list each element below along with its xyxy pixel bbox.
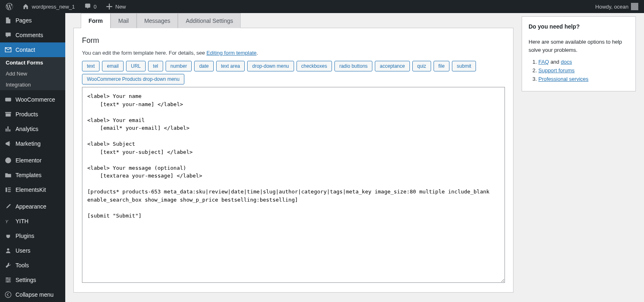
sidebar-item-woocommerce[interactable]: WooCommerce: [0, 92, 65, 107]
wp-logo[interactable]: [3, 3, 15, 10]
support-forums-link[interactable]: Support forums: [538, 67, 575, 73]
tag-button-tel[interactable]: tel: [148, 61, 163, 71]
sidebar-item-templates[interactable]: Templates: [0, 168, 65, 182]
tab-messages[interactable]: Messages: [137, 13, 178, 28]
collapse-icon: [4, 291, 12, 299]
sidebar-subitem-contact-forms[interactable]: Contact Forms: [0, 57, 65, 68]
sidebar-item-products[interactable]: Products: [0, 107, 65, 122]
tag-button-date[interactable]: date: [194, 61, 213, 71]
sidebar-label: Plugins: [15, 233, 34, 239]
tag-button-woocommerce-products-drop-down-menu[interactable]: WooCommerce Products drop-down menu: [82, 74, 184, 84]
svg-point-5: [9, 279, 10, 281]
comments-icon: [4, 31, 12, 39]
sidebar-label: Comments: [15, 32, 43, 38]
sidebar-item-elementor[interactable]: Elementor: [0, 153, 65, 168]
svg-text:Y: Y: [5, 219, 9, 224]
tab-additional-settings[interactable]: Additional Settings: [178, 13, 241, 28]
sidebar-label: ElementsKit: [15, 187, 46, 193]
help-item-support: Support forums: [538, 67, 629, 73]
tag-button-drop-down-menu[interactable]: drop-down menu: [247, 61, 294, 71]
sidebar-item-collapse[interactable]: Collapse menu: [0, 287, 65, 301]
sidebar-item-contact[interactable]: Contact: [0, 42, 65, 57]
faq-link[interactable]: FAQ: [538, 59, 549, 65]
avatar: [631, 3, 638, 10]
tab-mail[interactable]: Mail: [111, 13, 137, 28]
plug-icon: [4, 232, 12, 240]
sidebar-label: Products: [15, 111, 38, 118]
help-blurb: Here are some available options to help …: [529, 38, 629, 54]
admin-sidebar: Pages Comments Contact Contact Forms Add…: [0, 13, 65, 301]
sidebar-label: Templates: [15, 172, 42, 178]
form-intro: You can edit the form template here. For…: [82, 50, 505, 56]
tabs: Form Mail Messages Additional Settings: [81, 13, 513, 28]
sidebar-item-tools[interactable]: Tools: [0, 258, 65, 273]
comments-count: 0: [94, 4, 97, 10]
sidebar-item-plugins[interactable]: Plugins: [0, 229, 65, 243]
greeting: Howdy, ocean: [595, 4, 629, 10]
and-text: and: [549, 59, 561, 65]
tag-button-text-area[interactable]: text area: [216, 61, 245, 71]
tag-button-url[interactable]: URL: [126, 61, 146, 71]
sidebar-item-comments[interactable]: Comments: [0, 28, 65, 42]
tag-button-email[interactable]: email: [102, 61, 124, 71]
new-label: New: [115, 4, 126, 10]
sidebar-label: Tools: [15, 262, 29, 269]
sidebar-label: Elementor: [15, 157, 42, 164]
sidebar-label: Appearance: [15, 203, 46, 210]
tag-button-checkboxes[interactable]: checkboxes: [297, 61, 332, 71]
tag-button-radio-buttons[interactable]: radio buttons: [334, 61, 372, 71]
sidebar-label: YITH: [15, 218, 29, 224]
elementskit-icon: [4, 186, 12, 194]
sidebar-label: Contact: [15, 47, 35, 53]
editing-form-template-link[interactable]: Editing form template: [206, 50, 257, 56]
form-heading: Form: [82, 36, 505, 45]
svg-point-7: [5, 292, 11, 298]
archive-icon: [4, 110, 12, 118]
woocommerce-icon: [4, 95, 12, 104]
sidebar-label: WooCommerce: [15, 96, 55, 103]
sidebar-submenu-contact: Contact Forms Add New Integration: [0, 57, 65, 90]
sidebar-item-marketing[interactable]: Marketing: [0, 136, 65, 151]
sidebar-item-users[interactable]: Users: [0, 243, 65, 258]
sidebar-label: Pages: [15, 17, 32, 24]
brush-icon: [4, 202, 12, 211]
tag-button-acceptance[interactable]: acceptance: [375, 61, 409, 71]
form-panel: Form You can edit the form template here…: [73, 28, 513, 293]
sidebar-subitem-integration[interactable]: Integration: [0, 79, 65, 90]
sidebar-item-settings[interactable]: Settings: [0, 273, 65, 287]
user-greeting-link[interactable]: Howdy, ocean: [593, 3, 641, 10]
tag-button-quiz[interactable]: quiz: [412, 61, 431, 71]
docs-link[interactable]: docs: [561, 59, 572, 65]
tag-button-submit[interactable]: submit: [452, 61, 476, 71]
admin-bar: wordpress_new_1 0 New Howdy, ocean: [0, 0, 644, 13]
svg-rect-0: [5, 98, 11, 102]
site-home-link[interactable]: wordpress_new_1: [20, 3, 77, 10]
sidebar-item-appearance[interactable]: Appearance: [0, 199, 65, 214]
help-box: Do you need help? Here are some availabl…: [522, 16, 636, 91]
tag-button-file[interactable]: file: [434, 61, 449, 71]
pages-icon: [4, 16, 12, 24]
user-icon: [4, 246, 12, 255]
tag-button-text[interactable]: text: [82, 61, 100, 71]
sidebar-item-pages[interactable]: Pages: [0, 13, 65, 28]
sidebar-item-yith[interactable]: YYITH: [0, 214, 65, 229]
help-item-faq-docs: FAQ and docs: [538, 59, 629, 65]
tag-button-number[interactable]: number: [166, 61, 192, 71]
comments-link[interactable]: 0: [82, 3, 99, 10]
chart-icon: [4, 125, 12, 133]
wrench-icon: [4, 261, 12, 269]
new-content-link[interactable]: New: [103, 3, 128, 10]
professional-services-link[interactable]: Professional services: [538, 76, 589, 82]
tag-buttons-row: textemailURLtelnumberdatetext areadrop-d…: [82, 61, 505, 84]
tab-form[interactable]: Form: [81, 13, 111, 28]
sidebar-label: Settings: [15, 277, 36, 283]
svg-point-1: [5, 158, 11, 163]
folder-icon: [4, 171, 12, 179]
form-template-textarea[interactable]: [82, 87, 505, 283]
sidebar-item-analytics[interactable]: Analytics: [0, 122, 65, 136]
site-name: wordpress_new_1: [32, 4, 75, 10]
sidebar-subitem-add-new[interactable]: Add New: [0, 68, 65, 79]
svg-point-4: [7, 278, 8, 279]
sidebar-item-elementskit[interactable]: ElementsKit: [0, 182, 65, 197]
sidebar-label: Collapse menu: [15, 291, 53, 298]
